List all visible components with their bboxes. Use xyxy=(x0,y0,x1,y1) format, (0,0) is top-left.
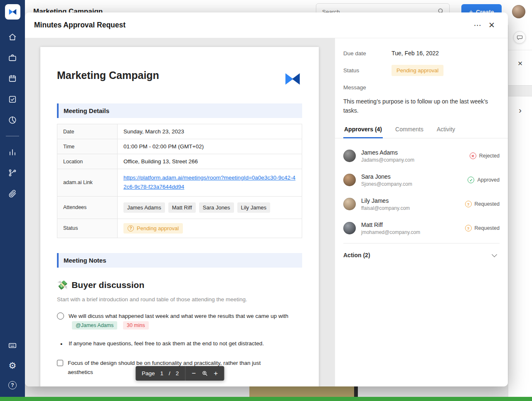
sidebar-item-tasks[interactable] xyxy=(7,94,17,104)
panel-close-icon[interactable]: ✕ xyxy=(508,60,532,67)
mention-chip[interactable]: @James Adams xyxy=(72,321,117,330)
home-icon xyxy=(8,32,17,42)
pager-label: Page xyxy=(142,370,155,376)
approver-row[interactable]: Matt Riff jmohamed@company.com ? Request… xyxy=(343,219,500,237)
tab-activity[interactable]: Activity xyxy=(436,126,456,138)
strip-block xyxy=(508,85,532,96)
right-strip: ✕ › xyxy=(508,25,532,397)
tab-comments[interactable]: Comments xyxy=(394,126,424,138)
checkbox-control[interactable] xyxy=(57,360,63,366)
sidebar-item-dashboards[interactable] xyxy=(7,147,17,157)
adam-ai-logo[interactable] xyxy=(5,4,20,20)
approver-info: Lily James ffaisal@company.com xyxy=(361,197,465,211)
approver-row[interactable]: Lily James ffaisal@company.com ? Request… xyxy=(343,195,500,213)
attendee-chip: Sara Jones xyxy=(199,202,234,213)
money-wings-emoji-icon: 💸 xyxy=(57,280,68,290)
sidebar-item-shortcuts[interactable] xyxy=(7,340,17,350)
approver-row[interactable]: Sara Jones Sjones@company.com ✓ Approved xyxy=(343,171,500,189)
panel-divider xyxy=(343,243,500,244)
zoom-reset-icon[interactable] xyxy=(201,370,208,377)
approver-status-label: Requested xyxy=(475,225,500,231)
sidebar-divider xyxy=(6,136,19,136)
approver-name: Lily James xyxy=(361,197,465,204)
paperclip-icon xyxy=(8,189,17,198)
row-value: Office, Building 13, Street 266 xyxy=(118,154,302,169)
row-label: Attendees xyxy=(57,196,118,219)
avatar xyxy=(343,222,356,234)
sidebar-item-meetings[interactable] xyxy=(7,74,17,84)
pager-divider xyxy=(185,366,185,381)
sidebar-item-integrations[interactable] xyxy=(7,168,17,178)
sidebar-item-attachments[interactable] xyxy=(7,189,17,199)
attendee-chip: Matt Riff xyxy=(168,202,196,213)
document-card: Marketing Campaign Meeting Details Date … xyxy=(40,47,319,386)
table-row: adam.ai Link https://platform.adam.ai/me… xyxy=(57,169,302,197)
row-label: Location xyxy=(57,154,118,169)
pager-separator: / xyxy=(169,370,170,376)
radio-control[interactable] xyxy=(57,312,64,320)
table-row: Status ? Pending approval xyxy=(57,219,302,238)
sidebar-item-home[interactable] xyxy=(7,32,17,42)
pager-current-page: 1 xyxy=(160,370,163,376)
approver-email: Sjones@company.com xyxy=(361,181,468,187)
duration-chip: 30 mins xyxy=(123,321,149,330)
approver-status: ✓ Approved xyxy=(468,177,500,183)
meeting-details-table: Date Sunday, March 23, 2023 Time 01:00 P… xyxy=(57,124,302,238)
approver-name: Sara Jones xyxy=(361,173,468,180)
approver-list: James Adams Jadams@company.com ✕ Rejecte… xyxy=(343,147,500,237)
approver-status-label: Approved xyxy=(477,177,500,183)
message-row: Message xyxy=(343,84,500,91)
note-item-radio: We will dicuss what happened last week a… xyxy=(57,312,294,330)
approver-email: ffaisal@company.com xyxy=(361,205,465,211)
background-timeline-divider xyxy=(354,386,358,397)
row-label: adam.ai Link xyxy=(57,169,118,197)
avatar xyxy=(343,150,356,162)
zoom-out-icon[interactable]: − xyxy=(192,369,196,378)
requested-icon: ? xyxy=(465,201,472,207)
sidebar-item-projects[interactable] xyxy=(7,53,17,63)
sidebar-item-help[interactable]: ? xyxy=(7,380,17,390)
status-badge: Pending approval xyxy=(392,65,443,76)
chevron-down-icon[interactable] xyxy=(492,252,497,257)
table-row: Date Sunday, March 23, 2023 xyxy=(57,124,302,139)
approver-row[interactable]: James Adams Jadams@company.com ✕ Rejecte… xyxy=(343,147,500,165)
adam-ai-logo-mark xyxy=(7,7,18,17)
sidebar-item-analytics[interactable] xyxy=(7,115,17,125)
user-avatar[interactable] xyxy=(512,5,525,18)
attendee-chip: James Adams xyxy=(123,202,165,213)
strip-divider xyxy=(508,50,532,50)
modal-close-icon[interactable]: ✕ xyxy=(485,18,499,32)
message-label: Message xyxy=(343,84,392,91)
more-options-icon[interactable]: ⋯ xyxy=(470,18,485,32)
document-preview-area: Marketing Campaign Meeting Details Date … xyxy=(25,38,335,386)
approver-name: James Adams xyxy=(361,149,470,156)
action-section-toggle[interactable]: Action (2) xyxy=(343,252,500,258)
approver-status: ? Requested xyxy=(465,201,500,207)
background-timeline-segment xyxy=(249,386,354,397)
sidebar-item-settings[interactable]: ⚙ xyxy=(7,360,17,370)
tab-approvers[interactable]: Approvers (4) xyxy=(343,126,383,138)
table-row: Time 01:00 PM - 02:00 PM (GMT+02) xyxy=(57,139,302,154)
avatar xyxy=(343,174,356,186)
table-row: Location Office, Building 13, Street 266 xyxy=(57,154,302,169)
meeting-link[interactable]: https://platform.adam.ai/meetings/room?m… xyxy=(123,175,296,190)
minutes-approval-modal: Minutes Approval Request ⋯ ✕ Marketing C… xyxy=(25,12,508,386)
approval-panel: Due date Tue, Feb 16, 2022 Status Pendin… xyxy=(335,38,508,386)
chat-launcher-button[interactable] xyxy=(513,31,526,44)
row-label: Time xyxy=(57,139,118,154)
row-value: Sunday, March 23, 2023 xyxy=(118,124,302,139)
status-badge: ? Pending approval xyxy=(123,223,183,234)
message-text: This meeting’s purpose is to follow up o… xyxy=(343,97,495,115)
approver-email: jmohamed@company.com xyxy=(361,229,465,235)
zoom-in-icon[interactable]: + xyxy=(214,369,218,378)
document-pager: Page 1 / 2 − + xyxy=(135,366,224,381)
notes-intro-text: Start with a brief introduction and roun… xyxy=(57,296,302,303)
row-label: Status xyxy=(57,219,118,238)
approver-email: Jadams@company.com xyxy=(361,157,470,163)
approver-info: James Adams Jadams@company.com xyxy=(361,149,470,163)
row-value: 01:00 PM - 02:00 PM (GMT+02) xyxy=(118,139,302,154)
bar-chart-icon xyxy=(8,148,17,157)
briefcase-icon xyxy=(8,53,17,62)
approver-info: Matt Riff jmohamed@company.com xyxy=(361,221,465,235)
panel-collapse-chevron-icon[interactable]: › xyxy=(508,106,532,114)
